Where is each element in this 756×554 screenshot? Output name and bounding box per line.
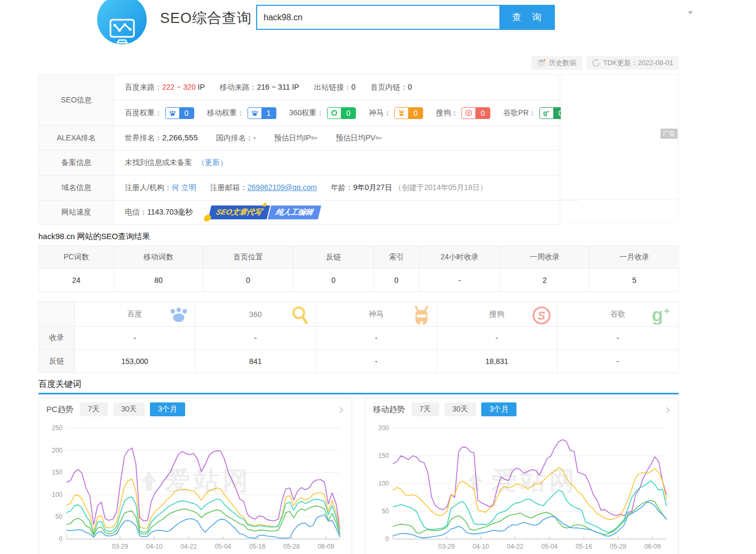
svg-text:150: 150 [378, 452, 389, 460]
svg-text:100: 100 [378, 480, 389, 487]
tab-mobile-7d[interactable]: 7天 [411, 402, 439, 416]
row-label-seo-info: SEO信息 [39, 75, 114, 126]
mobile-words-value: 80 [114, 268, 203, 291]
svg-text:0: 0 [59, 535, 62, 543]
pc-trend-panel: PC趋势 7天 30天 3个月 › 爱站网 05010015020025003-… [38, 398, 352, 554]
tdk-update-button[interactable]: TDK更新：2022-08-01 [586, 56, 679, 70]
seo-weights-row: 百度权重： 0 移动权重： 1 360权重： 0 神马： 0 搜狗： S [114, 100, 579, 126]
svg-text:06-09: 06-09 [318, 543, 335, 550]
row-label-speed: 网站速度 [39, 201, 114, 224]
row-label-alexa: ALEXA排名 [39, 126, 114, 151]
sogou-weight-badge: S 0 [461, 107, 490, 119]
svg-text:150: 150 [52, 469, 62, 476]
layers-icon [537, 59, 546, 67]
outlinks-value: 0 [352, 83, 356, 91]
chevron-right-icon[interactable]: › [665, 404, 671, 415]
alexa-row: 世界排名：2,266,555 国内排名：- 预估日均IP≈- 预估日均PV≈- [114, 126, 579, 151]
mobile-trend-chart: 爱站网 05010015020003-2904-1004-2205-0405-1… [369, 421, 675, 554]
search-input[interactable] [257, 6, 499, 29]
shenma-icon [398, 109, 405, 116]
svg-text:06-09: 06-09 [644, 543, 661, 550]
chevron-down-icon[interactable] [688, 11, 693, 14]
360-search-icon [290, 305, 310, 327]
tab-pc-7d[interactable]: 7天 [80, 402, 108, 416]
ad-slot[interactable]: 广告 [561, 74, 679, 200]
chevron-right-icon[interactable]: › [339, 404, 344, 415]
ad-slot-secondary [561, 201, 679, 224]
mobile-trend-label: 移动趋势 [373, 405, 405, 415]
sogou-icon: S [531, 305, 552, 326]
beian-update-link[interactable]: （更新） [197, 158, 227, 168]
sogou-icon: S [465, 109, 472, 116]
search-bar: 查 询 [256, 5, 555, 30]
svg-text:05-28: 05-28 [610, 543, 626, 550]
speed-value: 1143.703毫秒 [147, 208, 193, 216]
mobile-weight-badge: 1 [248, 107, 276, 119]
site-info-section: SEO信息 百度来路：222 ~ 320 IP 移动来路：216 ~ 311 I… [38, 74, 679, 225]
svg-text:250: 250 [52, 424, 62, 432]
svg-text:04-10: 04-10 [473, 543, 489, 550]
alexa-world-rank: 2,266,555 [162, 133, 198, 142]
beian-row: 未找到信息或未备案 （更新） [114, 151, 579, 176]
360-backlinks: 841 [195, 350, 316, 373]
mobile-trend-panel: 移动趋势 7天 30天 3个月 › 爱站网 05010015020003-290… [365, 398, 679, 554]
svg-text:+: + [664, 305, 670, 317]
section-divider [38, 393, 679, 394]
svg-text:05-28: 05-28 [283, 543, 300, 550]
svg-text:50: 50 [55, 513, 63, 520]
360-weight-badge: 0 [327, 107, 356, 119]
360-icon [331, 109, 338, 116]
shenma-icon [412, 305, 431, 327]
baidu-weight-badge: 0 [165, 107, 194, 119]
site-info-table: SEO信息 百度来路：222 ~ 320 IP 移动来路：216 ~ 311 I… [38, 74, 559, 225]
search-button[interactable]: 查 询 [499, 6, 554, 29]
seo-result-table: PC词数 移动词数 首页位置 反链 索引 24小时收录 一周收录 一月收录 24… [38, 246, 679, 292]
svg-text:04-22: 04-22 [180, 543, 197, 550]
domain-row: 注册人/机构：何 立明 注册邮箱：269862109@qq.com 年龄：9年0… [114, 176, 579, 201]
svg-text:g: g [651, 305, 663, 325]
svg-text:100: 100 [52, 491, 62, 498]
pc-words-value: 24 [39, 268, 114, 291]
sogou-backlinks: 18,831 [437, 350, 558, 373]
seo-traffic-row: 百度来路：222 ~ 320 IP 移动来路：216 ~ 311 IP 出站链接… [114, 75, 579, 100]
shenma-weight-badge: 0 [394, 107, 423, 119]
pc-trend-label: PC趋势 [46, 405, 74, 415]
svg-text:05-04: 05-04 [215, 543, 232, 550]
tab-pc-30d[interactable]: 30天 [113, 402, 145, 416]
tab-mobile-3m[interactable]: 3个月 [481, 402, 516, 416]
row-label-domain: 域名信息 [39, 176, 114, 201]
tab-pc-3m[interactable]: 3个月 [150, 402, 185, 416]
svg-text:S: S [538, 310, 546, 322]
registrant-link[interactable]: 何 立明 [172, 183, 196, 192]
row-label-shoulu: 收录 [39, 327, 75, 350]
engine-index-table: 百度 360 神马 搜狗 S 谷歌 g+ 收录 - - - - - 反链 153… [38, 302, 679, 373]
google-plus-icon: g+ [542, 109, 551, 116]
baidu-keywords-title: 百度关键词 [38, 379, 81, 390]
google-plus-icon: g+ [650, 305, 673, 325]
mobile-traffic-value: 216 ~ 311 IP [257, 83, 299, 91]
history-data-button[interactable]: 历史数据 [531, 56, 582, 70]
svg-text:50: 50 [382, 508, 389, 515]
row-label-beian: 备案信息 [39, 151, 114, 176]
svg-text:05-04: 05-04 [542, 543, 558, 550]
seo-result-title: hack98.cn 网站的SEO查询结果 [38, 232, 150, 242]
reg-email-link[interactable]: 269862109@qq.com [248, 183, 317, 192]
svg-text:0: 0 [385, 535, 389, 543]
svg-text:04-10: 04-10 [146, 543, 163, 550]
domain-age: 9年0月27日 [353, 183, 392, 192]
site-logo [97, 0, 147, 44]
baidu-paw-icon [169, 110, 177, 116]
svg-text:05-16: 05-16 [576, 543, 592, 550]
monitor-chart-icon [107, 17, 137, 44]
page-title: SEO综合查询 [160, 9, 252, 28]
ad-badge: 广告 [660, 129, 678, 139]
svg-text:200: 200 [378, 424, 389, 432]
baidu-traffic-value: 222 ~ 320 [162, 83, 196, 91]
svg-text:200: 200 [52, 447, 62, 454]
ad-area: 广告 [561, 74, 679, 225]
svg-text:04-22: 04-22 [507, 543, 523, 550]
tab-mobile-30d[interactable]: 30天 [444, 402, 476, 416]
seo-writing-ad-banner[interactable]: SEO文章代写 纯人工编辑 [208, 205, 321, 219]
top-toolbar: 历史数据 TDK更新：2022-08-01 [531, 56, 679, 70]
refresh-icon [592, 59, 600, 67]
